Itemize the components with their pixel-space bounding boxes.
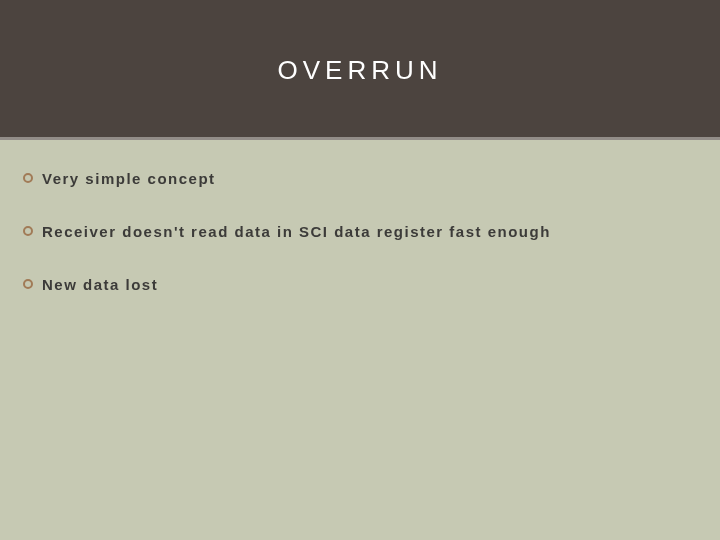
title-bar: OVERRUN: [0, 0, 720, 140]
slide-title: OVERRUN: [277, 55, 442, 86]
bullet-icon: [22, 278, 34, 290]
svg-point-2: [24, 280, 32, 288]
list-item: Very simple concept: [22, 168, 698, 189]
svg-point-1: [24, 227, 32, 235]
bullet-text: Receiver doesn't read data in SCI data r…: [42, 221, 551, 242]
bullet-text: New data lost: [42, 274, 158, 295]
list-item: Receiver doesn't read data in SCI data r…: [22, 221, 698, 242]
slide-body: Very simple concept Receiver doesn't rea…: [0, 140, 720, 295]
svg-point-0: [24, 174, 32, 182]
bullet-icon: [22, 225, 34, 237]
bullet-text: Very simple concept: [42, 168, 216, 189]
title-underline: [0, 137, 720, 140]
slide: OVERRUN Very simple concept Receiver doe…: [0, 0, 720, 540]
list-item: New data lost: [22, 274, 698, 295]
bullet-icon: [22, 172, 34, 184]
